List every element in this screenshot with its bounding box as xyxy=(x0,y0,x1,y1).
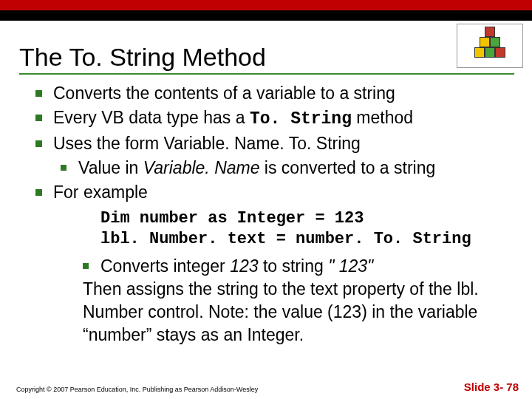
bullet-2-code: To. String xyxy=(250,109,352,129)
tail-sub-mid: to string xyxy=(259,256,329,276)
bullet-4: For example xyxy=(35,181,510,204)
blocks-icon xyxy=(471,31,508,61)
tail-text: Then assigns the string to the text prop… xyxy=(83,278,510,347)
bullet-1: Converts the contents of a variable to a… xyxy=(35,82,510,105)
top-red-bar xyxy=(0,0,532,10)
bullet-3-sub-ital: Variable. Name xyxy=(143,158,260,177)
code-line-1: Dim number as Integer = 123 xyxy=(100,208,510,229)
code-block: Dim number as Integer = 123 lbl. Number.… xyxy=(100,208,510,249)
bullet-3-sub: Value in Variable. Name is converted to … xyxy=(61,157,510,180)
top-black-bar xyxy=(0,10,532,21)
tail-sub-bullet: Converts integer 123 to string " 123" xyxy=(83,255,510,278)
slide-number: Slide 3- 78 xyxy=(464,381,519,393)
tail-sub-ital1: 123 xyxy=(230,256,258,276)
bullet-3-sub-post: is converted to a string xyxy=(259,158,435,177)
code-line-2: lbl. Number. text = number. To. String xyxy=(100,229,510,250)
tail-sub-ital2: " 123" xyxy=(328,256,373,276)
book-logo xyxy=(457,24,523,68)
bullet-2-pre: Every VB data type has a xyxy=(53,108,250,127)
slide-title: The To. String Method xyxy=(0,21,532,73)
bullet-2-post: method xyxy=(352,108,413,127)
bullet-2: Every VB data type has a To. String meth… xyxy=(35,106,510,131)
copyright-footer: Copyright © 2007 Pearson Education, Inc.… xyxy=(16,386,258,393)
slide-body: Converts the contents of a variable to a… xyxy=(0,75,532,347)
tail-sub-pre: Converts integer xyxy=(100,256,230,276)
bullet-3-sub-pre: Value in xyxy=(78,158,143,177)
bullet-3: Uses the form Variable. Name. To. String xyxy=(35,132,510,155)
